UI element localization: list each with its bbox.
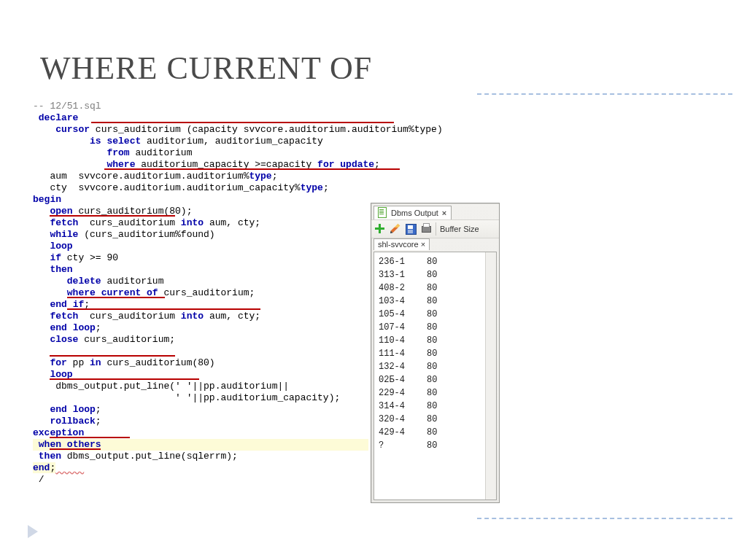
code-text: curs_auditorium bbox=[78, 311, 180, 322]
code-text: ' '||pp.auditorium_capacity); bbox=[33, 392, 340, 403]
output-row: 314-480 bbox=[379, 400, 492, 413]
kw-begin: begin bbox=[33, 194, 61, 205]
slide-marker-icon bbox=[28, 525, 38, 538]
underline bbox=[91, 122, 394, 123]
kw-fetch: fetch bbox=[50, 217, 78, 228]
underline bbox=[104, 168, 400, 170]
code-text: auditorium bbox=[130, 147, 193, 158]
kw-rollback: rollback bbox=[50, 416, 95, 427]
output-key: 132-4 bbox=[379, 360, 427, 373]
output-value: 80 bbox=[427, 295, 437, 308]
output-row: 111-480 bbox=[379, 347, 492, 360]
output-row: 429-480 bbox=[379, 426, 492, 439]
code-text: curs_auditorium bbox=[78, 217, 180, 228]
code-text: (curs_auditorium%found) bbox=[78, 229, 214, 240]
page-icon bbox=[377, 207, 389, 219]
close-icon[interactable]: × bbox=[442, 209, 446, 217]
output-value: 80 bbox=[427, 439, 437, 452]
output-value: 80 bbox=[427, 334, 437, 347]
underline bbox=[50, 355, 175, 357]
output-row: 132-480 bbox=[379, 360, 492, 373]
code-text: dbms_output.put_line(' '||pp.auditorium|… bbox=[33, 381, 289, 392]
kw-type: type bbox=[301, 182, 323, 193]
toolbar-separator bbox=[436, 222, 436, 236]
output-value: 80 bbox=[427, 426, 437, 439]
kw-loop: loop bbox=[50, 241, 72, 252]
kw-end: end bbox=[50, 299, 66, 310]
output-key: 314-4 bbox=[379, 400, 427, 413]
code-text: cty svvcore.auditorium.auditorium_capaci… bbox=[33, 182, 301, 193]
code-text: ; bbox=[96, 322, 101, 333]
print-icon[interactable] bbox=[420, 223, 432, 235]
output-key: 02Б-4 bbox=[379, 373, 427, 386]
divider-bottom bbox=[477, 518, 732, 519]
code-text: ; bbox=[323, 182, 329, 193]
kw-while: while bbox=[50, 229, 78, 240]
kw-end: end bbox=[50, 404, 66, 415]
output-row: ?80 bbox=[379, 439, 492, 452]
output-key: 111-4 bbox=[379, 347, 427, 360]
output-row: 313-180 bbox=[379, 268, 492, 281]
output-value: 80 bbox=[427, 255, 437, 268]
output-row: 02Б-480 bbox=[379, 373, 492, 386]
output-key: 103-4 bbox=[379, 295, 427, 308]
output-row: 236-180 bbox=[379, 255, 492, 268]
output-row: 229-480 bbox=[379, 386, 492, 400]
save-icon[interactable] bbox=[405, 223, 417, 235]
panel-tab-label: Dbms Output bbox=[391, 209, 438, 217]
code-text: pp bbox=[67, 357, 90, 368]
code-text: auditorium bbox=[101, 276, 164, 287]
kw-in: in bbox=[90, 357, 101, 368]
edit-icon[interactable] bbox=[390, 223, 401, 235]
scrollbar[interactable] bbox=[485, 252, 496, 499]
panel-tab[interactable]: Dbms Output × bbox=[374, 206, 452, 220]
output-value: 80 bbox=[427, 321, 437, 334]
kw-type: type bbox=[249, 171, 271, 182]
output-value: 80 bbox=[427, 373, 437, 386]
output-row: 110-480 bbox=[379, 334, 492, 347]
code-text: aum svvcore.auditorium.auditorium% bbox=[33, 171, 249, 182]
kw-loop: loop bbox=[73, 404, 96, 415]
kw-for: for bbox=[50, 357, 66, 368]
kw-if: if bbox=[50, 252, 61, 263]
code-text: aum, cty; bbox=[204, 311, 260, 322]
connection-tab[interactable]: shl-svvcore × bbox=[374, 238, 430, 250]
close-icon[interactable]: × bbox=[421, 240, 425, 249]
output-value: 80 bbox=[427, 360, 437, 373]
kw-then: then bbox=[50, 264, 72, 275]
kw-end: end bbox=[33, 462, 50, 473]
output-value: 80 bbox=[427, 281, 437, 295]
code-text: curs_auditorium; bbox=[78, 334, 175, 345]
output-row: 107-480 bbox=[379, 321, 492, 334]
code-text: cty >= 90 bbox=[61, 252, 118, 263]
kw-declare: declare bbox=[39, 112, 79, 123]
slide-title: WHERE CURRENT OF bbox=[40, 50, 372, 87]
output-row: 408-280 bbox=[379, 281, 492, 295]
code-text: auditorium, auditorium_capacity bbox=[141, 136, 323, 147]
output-value: 80 bbox=[427, 347, 437, 360]
output-value: 80 bbox=[427, 308, 437, 321]
dbms-output-panel: Dbms Output × Buffer Size shl-svvcore × … bbox=[371, 203, 500, 503]
add-icon[interactable] bbox=[374, 223, 386, 235]
code-text: / bbox=[33, 474, 44, 485]
output-value: 80 bbox=[427, 413, 437, 426]
kw-from: from bbox=[107, 147, 129, 158]
underline bbox=[50, 437, 130, 438]
output-row: 105-480 bbox=[379, 308, 492, 321]
output-value: 80 bbox=[427, 386, 437, 400]
output-key: 408-2 bbox=[379, 281, 427, 295]
output-key: 429-4 bbox=[379, 426, 427, 439]
output-key: 110-4 bbox=[379, 334, 427, 347]
kw-then: then bbox=[33, 451, 61, 462]
code-text: ; bbox=[272, 171, 278, 182]
output-key: 107-4 bbox=[379, 321, 427, 334]
kw-into: into bbox=[181, 311, 204, 322]
output-row: 320-480 bbox=[379, 413, 492, 426]
underline bbox=[67, 297, 165, 298]
output-row: 103-480 bbox=[379, 295, 492, 308]
code-comment: -- 12/51.sql bbox=[33, 101, 101, 112]
kw-into: into bbox=[181, 217, 204, 228]
underline bbox=[67, 308, 260, 310]
underline bbox=[50, 215, 175, 217]
kw-fetch: fetch bbox=[50, 311, 78, 322]
